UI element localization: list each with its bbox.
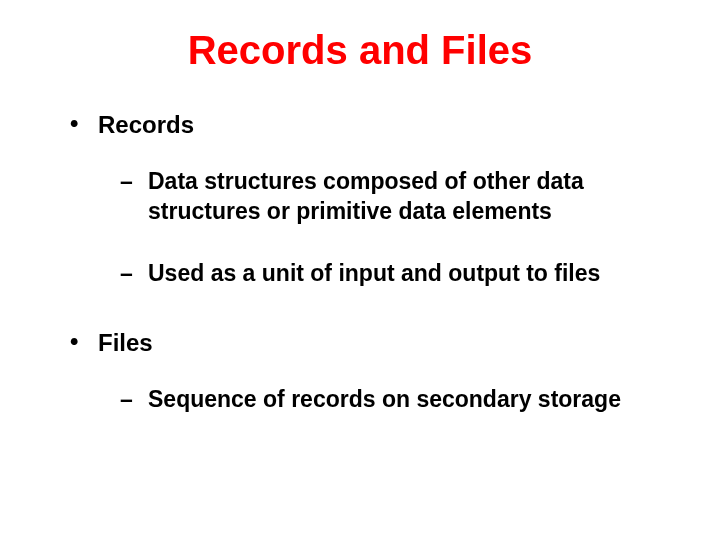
bullet-records: Records — [70, 111, 670, 139]
bullet-group-records: Records Data structures composed of othe… — [50, 111, 670, 289]
bullet-group-files: Files Sequence of records on secondary s… — [50, 329, 670, 415]
subbullet-records-1: Data structures composed of other data s… — [120, 167, 660, 227]
slide: Records and Files Records Data structure… — [0, 0, 720, 540]
subbullet-records-2: Used as a unit of input and output to fi… — [120, 259, 660, 289]
slide-title: Records and Files — [50, 28, 670, 73]
subbullet-files-1: Sequence of records on secondary storage — [120, 385, 660, 415]
bullet-files: Files — [70, 329, 670, 357]
